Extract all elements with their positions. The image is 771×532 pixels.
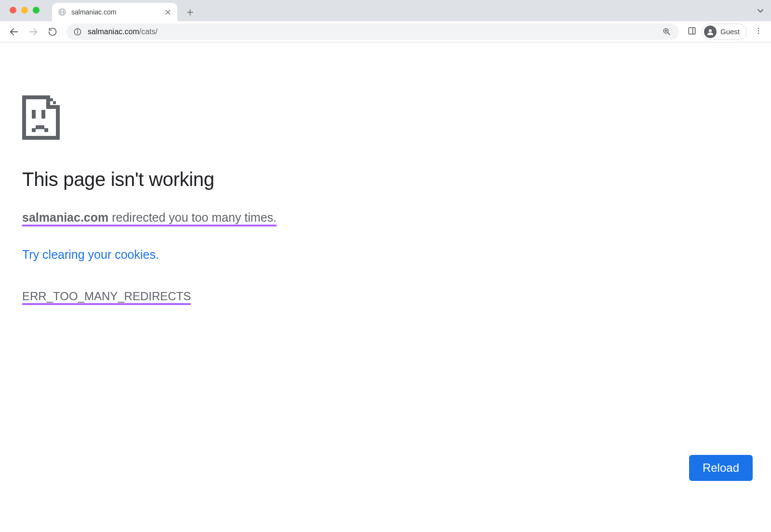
error-message: salmaniac.com redirected you too many ti… (22, 211, 277, 226)
svg-rect-27 (46, 105, 60, 109)
site-info-icon[interactable] (73, 27, 82, 36)
svg-rect-28 (50, 98, 53, 101)
window-maximize-button[interactable] (33, 7, 40, 13)
svg-rect-16 (689, 27, 695, 34)
svg-rect-33 (36, 125, 44, 129)
svg-rect-22 (22, 95, 50, 99)
tab-strip-area: salmaniac.com (0, 0, 771, 21)
browser-tab-active[interactable]: salmaniac.com (52, 3, 177, 21)
url-host: salmaniac.com (88, 27, 139, 36)
avatar-icon (704, 26, 717, 38)
svg-rect-34 (44, 128, 48, 132)
tab-title: salmaniac.com (71, 8, 159, 16)
svg-point-20 (758, 30, 759, 31)
clear-cookies-link[interactable]: Try clearing your cookies (22, 248, 156, 261)
reload-button[interactable]: Reload (689, 455, 753, 481)
url-path: /cats/ (139, 27, 158, 36)
error-title: This page isn't working (22, 169, 749, 190)
error-page-content: This page isn't working salmaniac.com re… (0, 42, 771, 532)
back-button[interactable] (6, 24, 22, 40)
error-code: ERR_TOO_MANY_REDIRECTS (22, 290, 191, 305)
window-close-button[interactable] (10, 7, 16, 13)
profile-chip[interactable]: Guest (702, 24, 747, 40)
svg-rect-24 (22, 136, 60, 140)
toolbar-right: Guest (684, 24, 765, 40)
svg-rect-25 (56, 105, 60, 140)
tab-strip: salmaniac.com (52, 0, 771, 21)
svg-rect-32 (32, 128, 36, 132)
svg-point-11 (77, 29, 78, 30)
url-text: salmaniac.com/cats/ (88, 27, 656, 36)
toolbar: salmaniac.com/cats/ Guest (0, 21, 771, 42)
globe-icon (58, 8, 66, 16)
window-minimize-button[interactable] (21, 7, 28, 13)
sad-document-icon (22, 95, 60, 140)
period: . (156, 248, 159, 261)
svg-rect-31 (41, 110, 45, 119)
cookies-suggestion: Try clearing your cookies. (22, 248, 749, 262)
forward-button[interactable] (25, 24, 41, 40)
svg-line-13 (668, 32, 670, 34)
svg-rect-29 (53, 101, 56, 104)
tabs-dropdown-button[interactable] (757, 7, 764, 16)
close-tab-icon[interactable] (164, 8, 172, 16)
zoom-icon[interactable] (662, 27, 672, 37)
svg-rect-23 (22, 95, 26, 140)
profile-label: Guest (720, 27, 740, 36)
error-redirect-text: redirected you too many times. (108, 211, 277, 224)
svg-point-21 (758, 32, 759, 34)
side-panel-icon[interactable] (687, 26, 697, 38)
reload-button-toolbar[interactable] (44, 24, 61, 40)
svg-point-19 (758, 27, 759, 29)
address-bar[interactable]: salmaniac.com/cats/ (66, 24, 678, 40)
error-domain: salmaniac.com (22, 211, 108, 224)
window-controls (10, 7, 40, 13)
svg-point-18 (709, 29, 712, 32)
menu-icon[interactable] (752, 27, 765, 37)
svg-rect-30 (32, 110, 36, 119)
new-tab-button[interactable] (182, 4, 198, 20)
